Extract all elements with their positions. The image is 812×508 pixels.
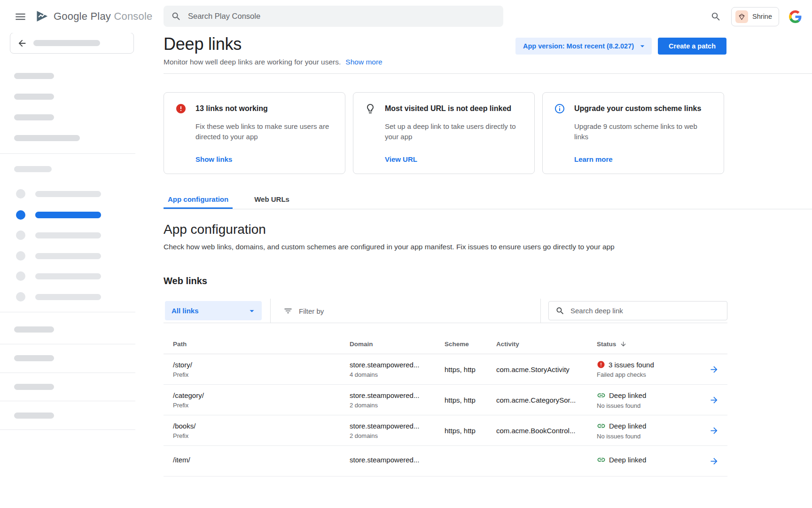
filter-by-button[interactable]: Filter by (280, 302, 328, 320)
path-type: Prefix (173, 402, 350, 409)
show-more-link[interactable]: Show more (345, 58, 382, 66)
page-header: Deep links Monitor how well deep links a… (164, 34, 812, 67)
path-value: /item/ (173, 456, 350, 464)
skeleton-bar (14, 135, 80, 141)
menu-button[interactable] (14, 10, 27, 23)
play-console-logo[interactable]: Google Play Console (35, 9, 153, 24)
table-row[interactable]: /category/Prefix store.steampowered...2 … (164, 385, 727, 415)
skeleton-bar (14, 355, 54, 361)
table-row[interactable]: /books/Prefix store.steampowered...2 dom… (164, 415, 727, 446)
sidebar-divider (0, 153, 135, 154)
path-value: /books/ (173, 422, 350, 430)
open-row-button[interactable] (707, 363, 721, 376)
app-version-dropdown[interactable]: App version: Most recent (8.2.027) (515, 38, 652, 55)
filter-separator (270, 299, 271, 323)
app-switcher-chip[interactable]: Shrine (731, 7, 779, 26)
skeleton-bar (35, 253, 101, 259)
card-upgrade-scheme-links: Upgrade your custom scheme links Upgrade… (542, 92, 724, 174)
global-search[interactable] (164, 6, 503, 27)
create-patch-button[interactable]: Create a patch (658, 38, 726, 55)
nav-item-dot-icon (16, 210, 25, 220)
sort-descending-icon (620, 341, 627, 348)
topbar: Google Play Console Shrine (0, 0, 812, 33)
domain-value: store.steampowered... (350, 422, 445, 430)
status-detail: Failed app checks (597, 371, 700, 378)
arrow-forward-icon (709, 395, 719, 405)
card-title: 13 links not working (195, 104, 268, 113)
scheme-value: https, http (445, 427, 476, 435)
active-nav-item[interactable] (16, 210, 101, 220)
skeleton-bar (35, 191, 101, 197)
status-detail: No issues found (597, 433, 700, 440)
page-subtitle: Monitor how well deep links are working … (164, 58, 341, 66)
skeleton-bar (35, 212, 101, 218)
links-filter-value: All links (172, 307, 199, 315)
table-row[interactable]: /item/ store.steampowered... Deep linked (164, 446, 727, 476)
link-icon (597, 455, 606, 464)
column-status[interactable]: Status (597, 341, 700, 348)
activity-value: com.acme.BookControl... (496, 427, 575, 435)
nav-item-skeleton (16, 271, 101, 281)
status-value: 3 issues found (609, 361, 654, 369)
nav-item-skeleton (16, 292, 101, 302)
sidebar-divider (0, 401, 135, 401)
sidebar-divider (0, 344, 135, 344)
hamburger-icon (14, 10, 27, 23)
brand-text: Google Play Console (54, 10, 153, 23)
search-button[interactable] (709, 9, 723, 24)
main-content: Deep links Monitor how well deep links a… (164, 33, 812, 476)
topbar-right: Shrine (709, 0, 804, 33)
nav-item-dot-icon (16, 292, 25, 302)
status-detail: No issues found (597, 402, 700, 409)
insight-cards: 13 links not working Fix these web links… (164, 92, 727, 174)
skeleton-bar (14, 326, 54, 333)
links-filter-dropdown[interactable]: All links (165, 301, 262, 320)
skeleton-bar (35, 232, 101, 238)
deep-link-search-input[interactable] (570, 307, 720, 315)
scheme-value: https, http (445, 396, 476, 404)
back-arrow-icon (17, 38, 27, 48)
view-url-link[interactable]: View URL (385, 155, 417, 163)
nav-item-dot-icon (16, 271, 25, 281)
open-row-button[interactable] (707, 424, 721, 437)
column-activity[interactable]: Activity (496, 341, 597, 348)
skeleton-bar (35, 273, 101, 279)
chevron-down-icon (638, 41, 647, 51)
error-icon (175, 103, 187, 114)
section-title: App configuration (164, 222, 812, 238)
tab-app-configuration[interactable]: App configuration (164, 192, 233, 209)
global-search-input[interactable] (188, 12, 496, 21)
column-path[interactable]: Path (164, 341, 350, 348)
skeleton-bar (14, 413, 54, 419)
filter-by-label: Filter by (299, 307, 324, 315)
card-body: Set up a deep link to take users directl… (385, 121, 523, 142)
filter-icon (283, 306, 293, 316)
back-button[interactable] (10, 32, 134, 54)
skeleton-bar (14, 94, 54, 100)
path-value: /story/ (173, 361, 350, 369)
filter-bar: All links Filter by (164, 299, 727, 323)
deep-link-search[interactable] (548, 301, 727, 320)
tab-web-urls[interactable]: Web URLs (250, 192, 294, 209)
skeleton-bar (35, 294, 101, 300)
table-row[interactable]: /story/Prefix store.steampowered...4 dom… (164, 354, 727, 385)
skeleton-bar (14, 73, 54, 79)
column-domain[interactable]: Domain (350, 341, 445, 348)
brand-console: Console (114, 10, 152, 22)
google-logo[interactable] (787, 8, 804, 25)
nav-item-skeleton (16, 189, 101, 198)
scheme-value: https, http (445, 365, 476, 373)
arrow-forward-icon (709, 456, 719, 466)
open-row-button[interactable] (707, 454, 721, 468)
learn-more-link[interactable]: Learn more (574, 155, 613, 163)
card-most-visited-url: Most visited URL is not deep linked Set … (353, 92, 535, 174)
show-links-link[interactable]: Show links (195, 155, 232, 163)
column-scheme[interactable]: Scheme (445, 341, 496, 348)
link-icon (597, 421, 606, 430)
status-value: Deep linked (609, 456, 646, 464)
google-g-icon (789, 10, 802, 23)
filter-separator (540, 299, 541, 323)
open-row-button[interactable] (707, 393, 721, 407)
shrine-app-icon (735, 10, 748, 23)
path-type: Prefix (173, 371, 350, 378)
